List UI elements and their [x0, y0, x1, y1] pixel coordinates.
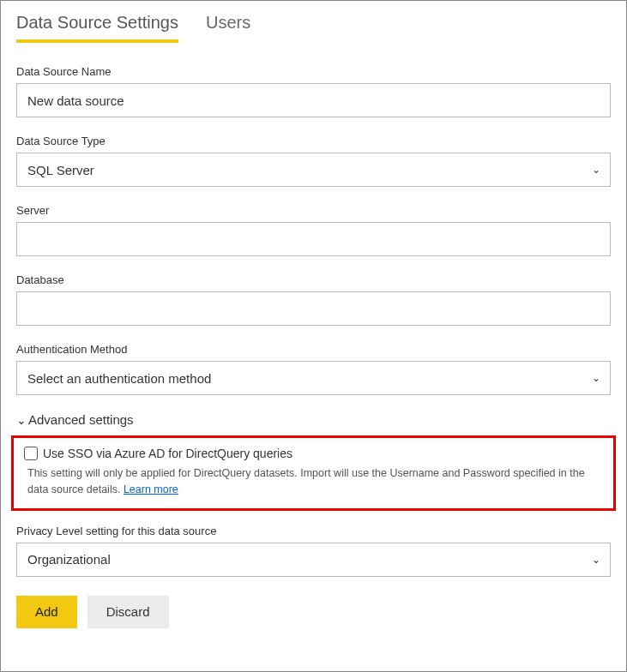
- label-server: Server: [16, 204, 611, 217]
- field-privacy-level: Privacy Level setting for this data sour…: [16, 525, 611, 577]
- input-data-source-name[interactable]: [16, 83, 611, 117]
- sso-checkbox[interactable]: [24, 447, 38, 460]
- advanced-settings-toggle[interactable]: ⌄ Advanced settings: [16, 412, 611, 427]
- label-privacy-level: Privacy Level setting for this data sour…: [16, 525, 611, 537]
- sso-highlight-box: Use SSO via Azure AD for DirectQuery que…: [11, 435, 616, 511]
- input-database[interactable]: [16, 291, 611, 326]
- form-area: Data Source Name Data Source Type ⌄ Serv…: [1, 43, 626, 644]
- field-data-source-type: Data Source Type ⌄: [16, 135, 611, 187]
- field-server: Server: [16, 204, 611, 256]
- tab-data-source-settings[interactable]: Data Source Settings: [16, 13, 178, 43]
- select-privacy-level[interactable]: [16, 543, 611, 577]
- advanced-settings-label: Advanced settings: [28, 412, 134, 427]
- learn-more-link[interactable]: Learn more: [124, 483, 178, 495]
- select-data-source-type[interactable]: [16, 153, 611, 187]
- field-data-source-name: Data Source Name: [16, 65, 611, 117]
- label-data-source-name: Data Source Name: [16, 65, 611, 78]
- label-database: Database: [16, 273, 611, 286]
- chevron-down-icon: ⌄: [16, 413, 27, 427]
- field-auth-method: Authentication Method ⌄: [16, 343, 611, 395]
- tabs-bar: Data Source Settings Users: [1, 1, 626, 43]
- add-button[interactable]: Add: [16, 596, 77, 628]
- label-data-source-type: Data Source Type: [16, 135, 611, 147]
- sso-checkbox-label: Use SSO via Azure AD for DirectQuery que…: [43, 447, 292, 460]
- sso-helper-text: This setting will only be applied for Di…: [24, 465, 603, 498]
- field-database: Database: [16, 273, 611, 326]
- discard-button[interactable]: Discard: [87, 596, 169, 628]
- button-row: Add Discard: [16, 596, 611, 628]
- tab-users[interactable]: Users: [206, 13, 250, 43]
- sso-checkbox-row[interactable]: Use SSO via Azure AD for DirectQuery que…: [24, 447, 603, 460]
- input-server[interactable]: [16, 222, 611, 256]
- label-auth-method: Authentication Method: [16, 343, 611, 356]
- select-auth-method[interactable]: [16, 361, 611, 395]
